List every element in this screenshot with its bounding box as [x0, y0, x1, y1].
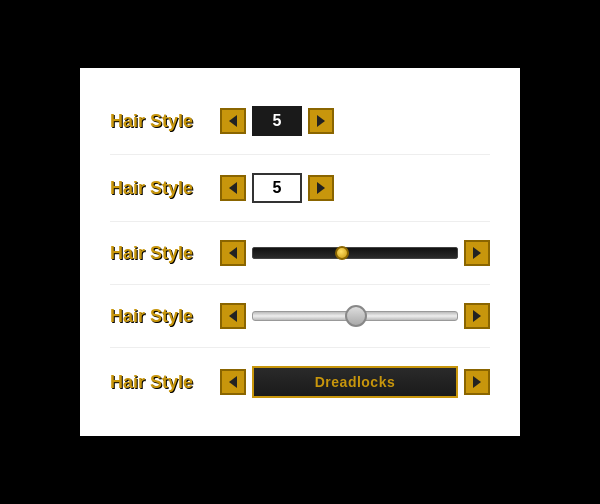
label-row5: Hair Style — [110, 372, 220, 393]
prev-button-row5[interactable] — [220, 369, 246, 395]
hair-style-row-3: Hair Style — [110, 222, 490, 285]
next-button-row3[interactable] — [464, 240, 490, 266]
left-arrow-icon — [229, 310, 237, 322]
label-row2: Hair Style — [110, 178, 220, 199]
right-arrow-icon — [473, 247, 481, 259]
main-panel: Hair Style 5 Hair Style 5 Hair Style — [80, 68, 520, 436]
next-button-row2[interactable] — [308, 175, 334, 201]
hair-style-row-5: Hair Style Dreadlocks — [110, 348, 490, 416]
slider-track-dark — [252, 247, 458, 259]
controls-row3 — [220, 240, 490, 266]
right-arrow-icon — [317, 115, 325, 127]
right-arrow-icon — [473, 310, 481, 322]
prev-button-row3[interactable] — [220, 240, 246, 266]
left-arrow-icon — [229, 247, 237, 259]
slider-thumb-yellow[interactable] — [335, 246, 349, 260]
controls-row5: Dreadlocks — [220, 366, 490, 398]
left-arrow-icon — [229, 376, 237, 388]
left-arrow-icon — [229, 182, 237, 194]
slider-track-light — [252, 311, 458, 321]
value-display-row2: 5 — [252, 173, 302, 203]
right-arrow-icon — [473, 376, 481, 388]
next-button-row4[interactable] — [464, 303, 490, 329]
controls-row1: 5 — [220, 106, 490, 136]
prev-button-row4[interactable] — [220, 303, 246, 329]
next-button-row1[interactable] — [308, 108, 334, 134]
controls-row2: 5 — [220, 173, 490, 203]
next-button-row5[interactable] — [464, 369, 490, 395]
hair-style-row-4: Hair Style — [110, 285, 490, 348]
prev-button-row2[interactable] — [220, 175, 246, 201]
prev-button-row1[interactable] — [220, 108, 246, 134]
right-arrow-icon — [317, 182, 325, 194]
label-row4: Hair Style — [110, 306, 220, 327]
slider-row3[interactable] — [252, 245, 458, 261]
left-arrow-icon — [229, 115, 237, 127]
hair-style-row-1: Hair Style 5 — [110, 88, 490, 155]
hair-style-row-2: Hair Style 5 — [110, 155, 490, 222]
dreadlocks-button[interactable]: Dreadlocks — [252, 366, 458, 398]
label-row3: Hair Style — [110, 243, 220, 264]
label-row1: Hair Style — [110, 111, 220, 132]
controls-row4 — [220, 303, 490, 329]
slider-thumb-gray[interactable] — [345, 305, 367, 327]
slider-row4[interactable] — [252, 308, 458, 324]
value-display-row1: 5 — [252, 106, 302, 136]
